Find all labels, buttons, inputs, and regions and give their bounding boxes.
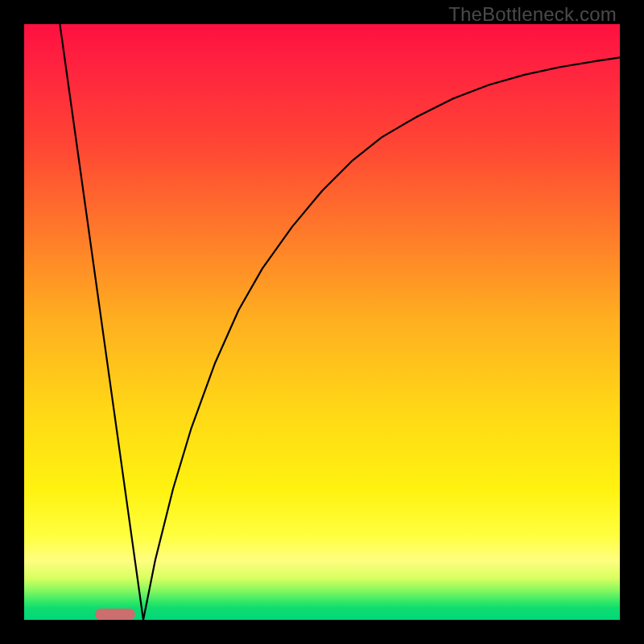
curve-layer <box>24 24 620 620</box>
valley-marker <box>95 609 135 620</box>
plot-area <box>24 24 620 620</box>
watermark-text: TheBottleneck.com <box>448 3 617 26</box>
chart-frame: TheBottleneck.com <box>0 0 644 644</box>
right-curve <box>143 57 620 620</box>
left-line <box>60 24 143 620</box>
